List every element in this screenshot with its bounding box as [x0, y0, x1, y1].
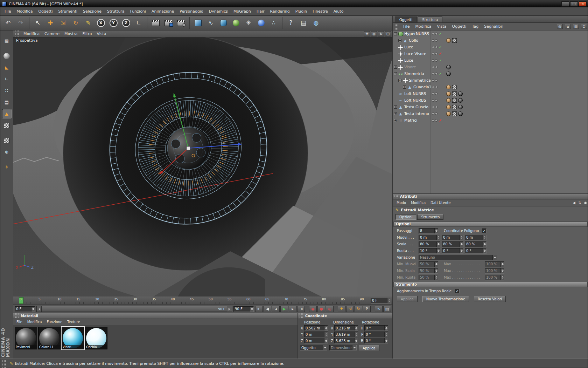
size-mode-dropdown[interactable]: Dimensione [329, 345, 357, 350]
texture-tag[interactable] [452, 111, 457, 116]
visibility-dot-icon[interactable] [432, 86, 434, 88]
viewport-canvas[interactable]: X Z [13, 38, 392, 297]
maximize-button[interactable]: ▢ [570, 1, 578, 7]
viewport[interactable]: X Z Prospettiva [13, 38, 392, 297]
menu-mograph[interactable]: MoGraph [231, 8, 254, 15]
snap-settings-button[interactable]: ✳ [2, 162, 12, 172]
visibility-toggles[interactable]: ✓ [430, 59, 444, 62]
object-axis-mode-button[interactable]: ⊕ [2, 147, 12, 157]
tree-row-simmetrica[interactable]: -Simmetrica [393, 77, 588, 84]
max-scala-field[interactable]: 100 % [485, 268, 504, 274]
menu-animazione[interactable]: Animazione [149, 8, 177, 15]
materials-menu-texture[interactable]: Texture [65, 319, 83, 325]
next-frame-button[interactable]: ▸ [289, 306, 296, 312]
tree-row-simmetria[interactable]: -▸◂Simmetria✓ [393, 70, 588, 77]
model-mode-button[interactable] [2, 51, 12, 61]
tree-row-visore[interactable]: +Visore [393, 64, 588, 70]
visibility-dot-icon[interactable] [432, 73, 434, 75]
material-visori[interactable]: Visori [62, 327, 84, 349]
tab-opzioni[interactable]: Opzioni [396, 214, 416, 220]
sphere-tag[interactable] [458, 91, 463, 96]
active-tool[interactable]: ✎ [82, 16, 94, 30]
viewport-menu-filtro[interactable]: Filtro [80, 31, 94, 37]
materials-menu-funzione[interactable]: Funzione [44, 319, 65, 325]
coordinates-apply-button[interactable]: Applica [359, 345, 379, 351]
add-primitive-button[interactable] [192, 16, 204, 30]
materials-menu-modifica[interactable]: Modifica [25, 319, 44, 325]
om-menu-modifica[interactable]: Modifica [412, 23, 434, 30]
spinner[interactable] [384, 332, 388, 337]
passaggi-field[interactable]: 8 [419, 228, 438, 234]
visibility-dot-icon[interactable] [432, 119, 434, 122]
search-icon[interactable]: ◍ [557, 24, 563, 29]
add-modeling-button[interactable] [230, 16, 242, 30]
om-menu-oggetti[interactable]: Oggetti [449, 23, 469, 30]
disabled-cross-icon[interactable]: ✗ [439, 52, 442, 56]
spinner[interactable] [324, 326, 328, 330]
help-button[interactable]: ? [285, 16, 297, 30]
spinner[interactable] [324, 332, 328, 337]
menu-plugin[interactable]: Plugin [293, 8, 310, 15]
goto-end-button[interactable]: ⇥ [297, 306, 305, 312]
viewport-menu-camere[interactable]: Camere [42, 31, 62, 37]
toggle-view-icon[interactable]: ▢ [385, 31, 391, 36]
visibility-toggles[interactable] [430, 39, 444, 42]
visibility-dot-icon[interactable] [435, 119, 438, 122]
spinner[interactable] [434, 268, 438, 273]
menu-finestre[interactable]: Finestre [310, 8, 330, 15]
keyframe-bar-button[interactable]: ▤ [383, 306, 391, 312]
move-tool[interactable]: ✚ [44, 16, 57, 30]
prev-key-button[interactable]: ◀ [264, 306, 271, 312]
muovi-z-field[interactable]: 0 m [465, 235, 486, 240]
spinner[interactable] [354, 338, 358, 343]
coordinate-poligono-checkbox[interactable] [482, 229, 486, 233]
edges-mode-button[interactable]: ▤ [2, 97, 12, 107]
tab-oggetti[interactable]: Oggetti [395, 16, 417, 22]
menu-personaggio[interactable]: Personaggio [177, 8, 206, 15]
spinner[interactable] [460, 242, 463, 247]
expander-icon[interactable]: + [394, 105, 397, 109]
home-icon[interactable]: ⌂ [565, 24, 571, 29]
visibility-dot-icon[interactable] [432, 39, 434, 42]
key-scale-toggle[interactable]: ⇲ [346, 306, 354, 312]
expander-icon[interactable]: - [394, 32, 397, 35]
enabled-check-icon[interactable]: ✓ [439, 45, 442, 49]
panel-grip[interactable] [2, 359, 6, 368]
uv-mode-button[interactable] [2, 136, 12, 145]
expander-icon[interactable]: + [394, 112, 397, 115]
range-right-arrow-icon[interactable] [227, 306, 232, 312]
menu-file[interactable]: File [2, 8, 14, 15]
render-settings-button[interactable] [175, 16, 187, 30]
texture-tag[interactable] [452, 91, 457, 96]
enabled-check-icon[interactable]: ✓ [439, 59, 442, 62]
tree-row-collo[interactable]: +▲Collo [393, 37, 588, 44]
visibility-dot-icon[interactable] [435, 59, 438, 62]
points-mode-button[interactable]: ∷ [2, 86, 12, 95]
online-updater-button[interactable]: ◍ [310, 16, 322, 30]
max-muovi-field[interactable]: 100 % [485, 261, 504, 267]
spinner[interactable] [436, 235, 440, 240]
phong-tag[interactable] [446, 111, 451, 116]
tree-row-luce[interactable]: Luce✓ [393, 44, 588, 50]
spinner[interactable] [354, 332, 358, 337]
om-menu-tag[interactable]: Tag [469, 23, 482, 30]
coordinate-system-button[interactable]: ∟ [132, 16, 145, 30]
add-particles-button[interactable]: ∴ [267, 16, 280, 30]
visibility-dot-icon[interactable] [432, 106, 434, 108]
pos-z-field[interactable]: 0 m [304, 338, 328, 343]
expander-icon[interactable]: + [394, 119, 397, 122]
menu-selezione[interactable]: Selezione [80, 8, 104, 15]
enabled-check-icon[interactable]: ✓ [439, 72, 442, 76]
tab-strumento[interactable]: Strumento [417, 214, 443, 220]
visibility-dot-icon[interactable] [432, 113, 434, 115]
tree-row-loft-nurbs[interactable]: ≈Loft NURBS [393, 97, 588, 104]
close-button[interactable]: × [579, 1, 587, 7]
texture-axis-mode-button[interactable] [2, 121, 12, 130]
render-picture-viewer-button[interactable] [162, 16, 175, 30]
panel-grip[interactable] [394, 23, 399, 30]
lock-x-button[interactable]: X [94, 16, 107, 30]
spinner[interactable] [436, 242, 440, 247]
rotate-view-icon[interactable]: ↻ [378, 31, 384, 36]
phong-tag[interactable] [446, 105, 451, 109]
scale-tool[interactable]: ⇲ [57, 16, 69, 30]
